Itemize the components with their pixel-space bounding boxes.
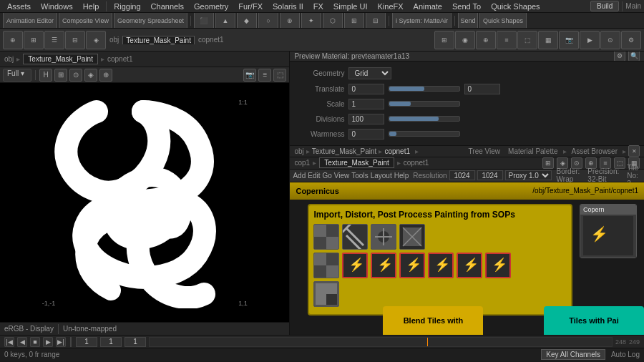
start-frame-input[interactable]	[76, 337, 97, 347]
preview-search-icon[interactable]: 🔍	[628, 52, 640, 62]
ne-menu-go[interactable]: Go	[322, 172, 331, 180]
warmness-input[interactable]	[348, 129, 384, 140]
icon-3[interactable]: ☰	[44, 31, 64, 49]
ne-menu-view[interactable]: View	[334, 172, 350, 180]
icon-expand[interactable]: ⬚	[517, 31, 537, 49]
play-back-btn[interactable]: ◀	[17, 337, 27, 347]
menu-assets[interactable]: Assets	[3, 2, 35, 11]
menu-simple[interactable]: Simple UI	[329, 2, 372, 11]
tool-icon-3[interactable]: ◆	[237, 13, 257, 29]
timeline-track[interactable]	[149, 337, 613, 347]
icon-grid[interactable]: ⊞	[434, 31, 454, 49]
system-material-btn[interactable]: i System: MatteAir	[392, 13, 452, 29]
tool-icon-9[interactable]: ⊟	[366, 13, 386, 29]
asset-browser-tab[interactable]: Asset Browser	[569, 147, 620, 155]
tool-icon-6[interactable]: ✦	[301, 13, 321, 29]
left-tab-copnet[interactable]: copnet1	[107, 55, 133, 63]
anim-editor-btn[interactable]: Animation Editor	[3, 13, 57, 29]
geometry-spread-btn[interactable]: Geometry Spreadsheet	[114, 13, 187, 29]
node-9[interactable]: ⚡	[428, 253, 454, 278]
resolution-input[interactable]	[449, 170, 475, 180]
icon-view[interactable]: ⊕	[476, 31, 496, 49]
ne-menu-layout[interactable]: Layout	[371, 172, 392, 180]
icon-settings[interactable]: ⚙	[621, 31, 641, 49]
icon-play[interactable]: ▶	[580, 31, 600, 49]
icon-more[interactable]: ≡	[497, 31, 517, 49]
node-7[interactable]: ⚡	[371, 253, 396, 278]
icon-node[interactable]: ◉	[455, 31, 475, 49]
send-btn[interactable]: Send	[458, 13, 478, 29]
tree-view-tab[interactable]: Tree View	[466, 147, 503, 155]
ne-menu-edit[interactable]: Edit	[308, 172, 320, 180]
resolution-input2[interactable]	[477, 170, 503, 180]
menu-fur[interactable]: Fur/FX	[234, 2, 267, 11]
node-1[interactable]	[313, 224, 339, 250]
icon-obj[interactable]: ⊙	[600, 31, 620, 49]
left-tab-texture[interactable]: Texture_Mask_Paint	[23, 54, 98, 64]
viewport-icon-3[interactable]: ⊙	[69, 69, 82, 82]
build-button[interactable]: Build	[590, 1, 619, 11]
ne-icon-1[interactable]: ⊞	[542, 157, 554, 169]
translate-x-input[interactable]	[348, 84, 384, 94]
menu-kinefx[interactable]: KineFX	[374, 2, 408, 11]
node-6[interactable]: ⚡	[342, 253, 368, 278]
play-btn[interactable]: ▶	[43, 337, 53, 347]
tab-texture-mask[interactable]: Texture_Mask_Paint	[122, 36, 195, 44]
skip-start-btn[interactable]: |◀	[4, 337, 14, 347]
translate-slider[interactable]	[389, 86, 460, 92]
divisions-slider[interactable]	[389, 116, 460, 122]
tab-copnet[interactable]: copnet1	[195, 36, 227, 44]
node-10[interactable]: ⚡	[457, 253, 482, 278]
fullscreen-icon[interactable]: ⬚	[273, 69, 286, 82]
menu-geometry[interactable]: Geometry	[190, 2, 233, 11]
warmness-slider[interactable]	[389, 131, 460, 137]
icon-2[interactable]: ⊞	[24, 31, 44, 49]
menu-help[interactable]: Help	[79, 2, 104, 11]
full-dropdown[interactable]: Full ▾	[3, 69, 31, 82]
proxy-select[interactable]: Proxy 1.0	[505, 170, 552, 180]
tool-icon-1[interactable]: ⬛	[194, 13, 214, 29]
tool-icon-2[interactable]: ▲	[215, 13, 235, 29]
quick-shapes-btn[interactable]: Quick Shapes	[479, 13, 527, 29]
menu-rigging[interactable]: Rigging	[109, 2, 145, 11]
tool-icon-4[interactable]: ○	[258, 13, 278, 29]
menu-icon[interactable]: ≡	[258, 69, 271, 82]
preview-settings-icon[interactable]: ⚙	[614, 52, 625, 62]
tab-texture-mask[interactable]: Texture_Mask_Paint	[319, 157, 394, 168]
node-8[interactable]: ⚡	[399, 253, 425, 278]
divisions-input[interactable]	[348, 114, 384, 124]
composite-view-btn[interactable]: Composite View	[59, 13, 112, 29]
tool-icon-7[interactable]: ⬡	[323, 13, 343, 29]
left-tab-obj[interactable]: obj	[4, 55, 14, 63]
current-frame-input[interactable]	[125, 337, 146, 347]
menu-animate[interactable]: Animate	[409, 2, 447, 11]
menu-solaris[interactable]: Solaris II	[268, 2, 308, 11]
node-12[interactable]	[313, 281, 339, 307]
end-frame-input[interactable]	[100, 337, 122, 347]
blend-tiles-node[interactable]: Blend Tiles with	[383, 306, 483, 335]
ne-menu-tools[interactable]: Tools	[351, 172, 368, 180]
node-4[interactable]	[399, 224, 425, 250]
icon-5[interactable]: ◈	[86, 31, 106, 49]
viewport-icon-5[interactable]: ⊕	[99, 69, 112, 82]
viewport-icon-4[interactable]: ◈	[84, 69, 97, 82]
icon-4[interactable]: ⊟	[65, 31, 85, 49]
icon-1[interactable]: ⊕	[3, 31, 23, 49]
path-part-copnet[interactable]: copnet1	[384, 147, 410, 155]
menu-windows[interactable]: Windows	[36, 2, 77, 11]
ne-menu-add[interactable]: Add	[293, 172, 306, 180]
copernicus-node[interactable]: Copern ⚡	[580, 204, 637, 258]
menu-quick[interactable]: Quick Shapes	[487, 2, 544, 11]
ne-menu-help[interactable]: Help	[394, 172, 409, 180]
translate-y-input[interactable]	[464, 84, 500, 94]
path-part-texture[interactable]: Texture_Mask_Paint	[312, 147, 377, 155]
menu-fx[interactable]: FX	[309, 2, 328, 11]
icon-cam[interactable]: 📷	[559, 31, 579, 49]
material-palette-tab[interactable]: Material Palette	[505, 147, 560, 155]
icon-display[interactable]: ▦	[538, 31, 558, 49]
viewport-icon-2[interactable]: ⊞	[54, 69, 67, 82]
path-part-obj[interactable]: obj	[294, 147, 303, 155]
geometry-dropdown[interactable]: Grid	[348, 67, 391, 79]
stop-btn[interactable]: ■	[30, 337, 40, 347]
node-2[interactable]	[342, 224, 368, 250]
